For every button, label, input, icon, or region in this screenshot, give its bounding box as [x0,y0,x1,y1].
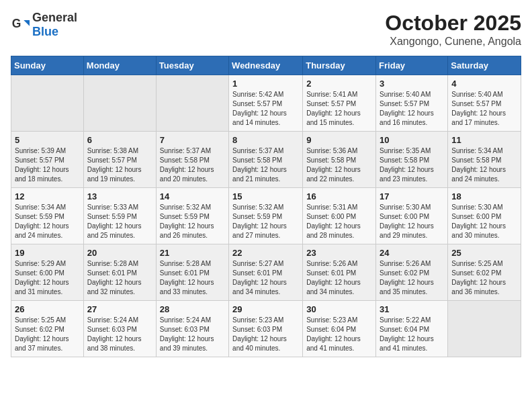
day-number: 26 [15,304,80,314]
day-number: 23 [306,248,372,258]
calendar-cell: 3Sunrise: 5:40 AM Sunset: 5:57 PM Daylig… [376,75,448,132]
page-header: G General Blue October 2025 Xangongo, Cu… [11,11,521,48]
day-info: Sunrise: 5:29 AM Sunset: 6:00 PM Dayligh… [15,259,80,297]
day-info: Sunrise: 5:23 AM Sunset: 6:04 PM Dayligh… [306,316,372,353]
weekday-header-saturday: Saturday [448,56,521,75]
calendar-cell: 5Sunrise: 5:39 AM Sunset: 5:57 PM Daylig… [11,132,84,188]
day-info: Sunrise: 5:34 AM Sunset: 5:59 PM Dayligh… [15,203,80,240]
calendar-week-row: 26Sunrise: 5:25 AM Sunset: 6:02 PM Dayli… [11,301,521,357]
calendar-cell: 15Sunrise: 5:32 AM Sunset: 5:59 PM Dayli… [229,188,303,244]
calendar-cell: 4Sunrise: 5:40 AM Sunset: 5:57 PM Daylig… [448,75,521,132]
calendar-cell: 8Sunrise: 5:37 AM Sunset: 5:58 PM Daylig… [229,132,303,188]
day-info: Sunrise: 5:26 AM Sunset: 6:02 PM Dayligh… [380,259,444,297]
calendar-cell: 31Sunrise: 5:22 AM Sunset: 6:04 PM Dayli… [376,301,448,357]
calendar-cell: 26Sunrise: 5:25 AM Sunset: 6:02 PM Dayli… [11,301,84,357]
calendar-cell: 18Sunrise: 5:30 AM Sunset: 6:00 PM Dayli… [448,188,521,244]
day-info: Sunrise: 5:39 AM Sunset: 5:57 PM Dayligh… [15,146,80,184]
day-info: Sunrise: 5:42 AM Sunset: 5:57 PM Dayligh… [232,90,299,128]
day-info: Sunrise: 5:31 AM Sunset: 6:00 PM Dayligh… [306,203,372,240]
calendar-cell [448,301,521,357]
calendar-cell: 30Sunrise: 5:23 AM Sunset: 6:04 PM Dayli… [303,301,376,357]
calendar-cell: 23Sunrise: 5:26 AM Sunset: 6:01 PM Dayli… [303,244,376,301]
calendar-week-row: 5Sunrise: 5:39 AM Sunset: 5:57 PM Daylig… [11,132,521,188]
calendar-cell: 22Sunrise: 5:27 AM Sunset: 6:01 PM Dayli… [229,244,303,301]
weekday-header-monday: Monday [83,56,156,75]
weekday-header-row: SundayMondayTuesdayWednesdayThursdayFrid… [11,56,521,75]
day-number: 27 [87,304,152,314]
day-number: 31 [380,304,444,314]
day-number: 4 [451,79,517,89]
day-info: Sunrise: 5:32 AM Sunset: 5:59 PM Dayligh… [232,203,299,240]
logo-general: General [32,11,77,24]
day-info: Sunrise: 5:40 AM Sunset: 5:57 PM Dayligh… [451,90,517,128]
day-number: 7 [160,135,225,145]
day-number: 24 [380,248,444,258]
day-info: Sunrise: 5:23 AM Sunset: 6:03 PM Dayligh… [232,316,299,353]
calendar-cell: 12Sunrise: 5:34 AM Sunset: 5:59 PM Dayli… [11,188,84,244]
calendar-cell: 7Sunrise: 5:37 AM Sunset: 5:58 PM Daylig… [156,132,228,188]
day-number: 29 [232,304,299,314]
day-number: 21 [160,248,225,258]
day-number: 20 [87,248,152,258]
day-number: 28 [160,304,225,314]
day-info: Sunrise: 5:25 AM Sunset: 6:02 PM Dayligh… [15,316,80,353]
calendar: SundayMondayTuesdayWednesdayThursdayFrid… [11,56,521,357]
title-block: October 2025 Xangongo, Cunene, Angola [385,11,521,48]
calendar-cell: 17Sunrise: 5:30 AM Sunset: 6:00 PM Dayli… [376,188,448,244]
day-number: 13 [87,191,152,201]
day-number: 3 [380,79,444,89]
day-number: 17 [380,191,444,201]
day-number: 10 [380,135,444,145]
day-number: 6 [87,135,152,145]
day-info: Sunrise: 5:37 AM Sunset: 5:58 PM Dayligh… [232,146,299,184]
weekday-header-thursday: Thursday [303,56,376,75]
day-number: 1 [232,79,299,89]
day-info: Sunrise: 5:22 AM Sunset: 6:04 PM Dayligh… [380,316,444,353]
calendar-cell: 11Sunrise: 5:34 AM Sunset: 5:58 PM Dayli… [448,132,521,188]
calendar-cell: 21Sunrise: 5:28 AM Sunset: 6:01 PM Dayli… [156,244,228,301]
logo: G General Blue [11,11,77,39]
logo-blue: Blue [32,25,58,38]
day-number: 2 [306,79,372,89]
weekday-header-friday: Friday [376,56,448,75]
calendar-cell: 20Sunrise: 5:28 AM Sunset: 6:01 PM Dayli… [83,244,156,301]
day-number: 15 [232,191,299,201]
day-info: Sunrise: 5:37 AM Sunset: 5:58 PM Dayligh… [160,146,225,184]
day-info: Sunrise: 5:28 AM Sunset: 6:01 PM Dayligh… [87,259,152,297]
svg-text:G: G [12,17,21,30]
day-number: 14 [160,191,225,201]
day-number: 11 [451,135,517,145]
day-info: Sunrise: 5:40 AM Sunset: 5:57 PM Dayligh… [380,90,444,128]
calendar-week-row: 19Sunrise: 5:29 AM Sunset: 6:00 PM Dayli… [11,244,521,301]
calendar-cell: 19Sunrise: 5:29 AM Sunset: 6:00 PM Dayli… [11,244,84,301]
day-info: Sunrise: 5:34 AM Sunset: 5:58 PM Dayligh… [451,146,517,184]
month-title: October 2025 [385,11,521,36]
day-info: Sunrise: 5:35 AM Sunset: 5:58 PM Dayligh… [380,146,444,184]
day-info: Sunrise: 5:36 AM Sunset: 5:58 PM Dayligh… [306,146,372,184]
day-number: 16 [306,191,372,201]
day-info: Sunrise: 5:33 AM Sunset: 5:59 PM Dayligh… [87,203,152,240]
day-number: 19 [15,248,80,258]
day-info: Sunrise: 5:28 AM Sunset: 6:01 PM Dayligh… [160,259,225,297]
day-info: Sunrise: 5:24 AM Sunset: 6:03 PM Dayligh… [160,316,225,353]
day-info: Sunrise: 5:30 AM Sunset: 6:00 PM Dayligh… [380,203,444,240]
day-info: Sunrise: 5:27 AM Sunset: 6:01 PM Dayligh… [232,259,299,297]
calendar-cell: 25Sunrise: 5:25 AM Sunset: 6:02 PM Dayli… [448,244,521,301]
location-title: Xangongo, Cunene, Angola [385,36,521,48]
calendar-week-row: 1Sunrise: 5:42 AM Sunset: 5:57 PM Daylig… [11,75,521,132]
calendar-cell: 9Sunrise: 5:36 AM Sunset: 5:58 PM Daylig… [303,132,376,188]
day-number: 9 [306,135,372,145]
calendar-cell: 27Sunrise: 5:24 AM Sunset: 6:03 PM Dayli… [83,301,156,357]
calendar-cell: 2Sunrise: 5:41 AM Sunset: 5:57 PM Daylig… [303,75,376,132]
calendar-cell [11,75,84,132]
day-info: Sunrise: 5:38 AM Sunset: 5:57 PM Dayligh… [87,146,152,184]
calendar-cell [83,75,156,132]
day-info: Sunrise: 5:32 AM Sunset: 5:59 PM Dayligh… [160,203,225,240]
svg-marker-1 [24,20,30,26]
day-number: 5 [15,135,80,145]
calendar-cell: 14Sunrise: 5:32 AM Sunset: 5:59 PM Dayli… [156,188,228,244]
calendar-cell [156,75,228,132]
calendar-cell: 13Sunrise: 5:33 AM Sunset: 5:59 PM Dayli… [83,188,156,244]
day-number: 18 [451,191,517,201]
weekday-header-tuesday: Tuesday [156,56,228,75]
